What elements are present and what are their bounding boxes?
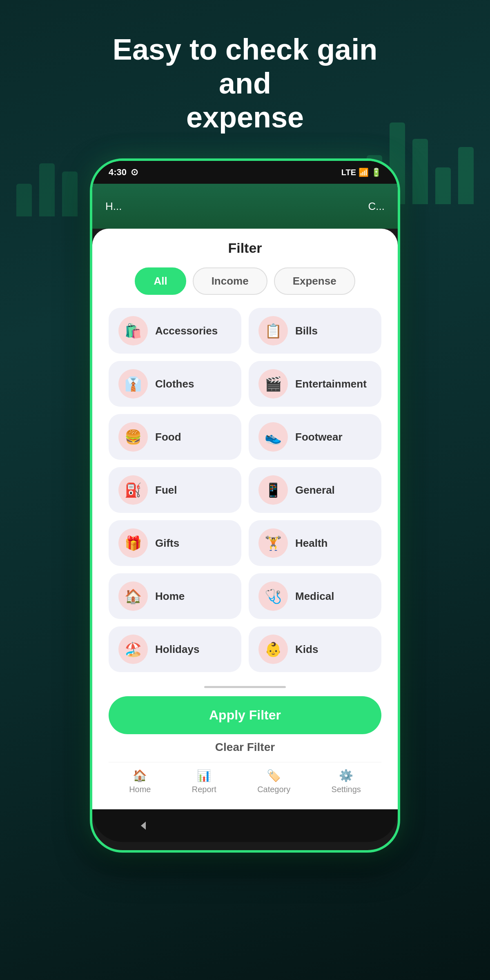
list-item[interactable]: 📱 General <box>249 467 381 513</box>
bills-label: Bills <box>295 325 318 337</box>
entertainment-label: Entertainment <box>295 378 367 390</box>
phone-shell: 4:30 ⊙ LTE 📶 🔋 H... C... Filter All Inco… <box>90 158 400 853</box>
kids-icon: 👶 <box>258 635 288 664</box>
food-label: Food <box>155 431 181 443</box>
medical-icon: 🩺 <box>258 581 288 611</box>
category-nav-label: Category <box>257 785 290 794</box>
android-back-button[interactable] <box>135 817 151 834</box>
status-bar: 4:30 ⊙ LTE 📶 🔋 <box>92 161 398 184</box>
bottom-navigation: 🏠 Home 📊 Report 🏷️ Category ⚙️ Settings <box>109 762 381 798</box>
list-item[interactable]: 📋 Bills <box>249 308 381 354</box>
modal-title: Filter <box>228 240 262 256</box>
accessories-label: Accessories <box>155 325 218 337</box>
footwear-label: Footwear <box>295 431 343 443</box>
kids-label: Kids <box>295 643 318 656</box>
list-item[interactable]: 👔 Clothes <box>109 361 241 407</box>
status-left: 4:30 ⊙ <box>109 167 138 178</box>
home-nav-icon: 🏠 <box>133 769 147 782</box>
gifts-label: Gifts <box>155 537 179 550</box>
report-nav-icon: 📊 <box>197 769 211 782</box>
fuel-icon: ⛽ <box>118 475 148 505</box>
category-nav-icon: 🏷️ <box>267 769 281 782</box>
list-item[interactable]: 🎁 Gifts <box>109 520 241 566</box>
list-item[interactable]: 🍔 Food <box>109 414 241 460</box>
nav-item-home[interactable]: 🏠 Home <box>129 769 151 794</box>
nav-item-category[interactable]: 🏷️ Category <box>257 769 290 794</box>
settings-nav-icon: ⚙️ <box>339 769 353 782</box>
footwear-icon: 👟 <box>258 422 288 452</box>
general-icon: 📱 <box>258 475 288 505</box>
filter-type-buttons: All Income Expense <box>135 267 355 295</box>
app-header-right: C... <box>368 200 385 213</box>
nav-item-report[interactable]: 📊 Report <box>192 769 216 794</box>
general-label: General <box>295 484 335 497</box>
accessories-icon: 🛍️ <box>118 316 148 345</box>
health-label: Health <box>295 537 327 550</box>
filter-btn-all[interactable]: All <box>135 267 186 295</box>
android-recents-button[interactable] <box>339 817 355 834</box>
report-nav-label: Report <box>192 785 216 794</box>
gifts-icon: 🎁 <box>118 528 148 558</box>
list-item[interactable]: 🩺 Medical <box>249 573 381 619</box>
list-item[interactable]: 👟 Footwear <box>249 414 381 460</box>
clothes-label: Clothes <box>155 378 194 390</box>
list-item[interactable]: 🎬 Entertainment <box>249 361 381 407</box>
holidays-icon: 🏖️ <box>118 635 148 664</box>
svg-marker-0 <box>141 822 146 830</box>
nav-item-settings[interactable]: ⚙️ Settings <box>332 769 361 794</box>
deco-bars-left <box>16 163 78 216</box>
status-right: LTE 📶 🔋 <box>341 167 381 177</box>
medical-label: Medical <box>295 590 334 603</box>
app-header-left: H... <box>105 200 122 213</box>
scroll-indicator <box>204 686 286 688</box>
network-label: LTE <box>341 168 356 177</box>
list-item[interactable]: 🏖️ Holidays <box>109 626 241 672</box>
home-nav-label: Home <box>129 785 151 794</box>
settings-nav-label: Settings <box>332 785 361 794</box>
page-headline: Easy to check gain andexpense <box>102 33 388 134</box>
battery-icon: 🔋 <box>371 167 381 177</box>
category-grid: 🛍️ Accessories 📋 Bills 👔 Clothes 🎬 Enter… <box>109 308 381 672</box>
android-home-button[interactable] <box>237 817 253 834</box>
status-time: 4:30 <box>109 167 127 178</box>
food-icon: 🍔 <box>118 422 148 452</box>
app-header-bg: H... C... <box>92 184 398 229</box>
signal-icon: 📶 <box>359 167 369 177</box>
list-item[interactable]: 🏠 Home <box>109 573 241 619</box>
home-icon: 🏠 <box>118 581 148 611</box>
clothes-icon: 👔 <box>118 369 148 399</box>
filter-btn-expense[interactable]: Expense <box>274 267 355 295</box>
apply-filter-button[interactable]: Apply Filter <box>109 696 381 734</box>
list-item[interactable]: 🛍️ Accessories <box>109 308 241 354</box>
bills-icon: 📋 <box>258 316 288 345</box>
android-nav-bar <box>92 809 398 842</box>
entertainment-icon: 🎬 <box>258 369 288 399</box>
status-icon: ⊙ <box>131 167 138 178</box>
health-icon: 🏋️ <box>258 528 288 558</box>
filter-modal: Filter All Income Expense 🛍️ Accessories… <box>92 229 398 809</box>
clear-filter-button[interactable]: Clear Filter <box>215 741 275 754</box>
home-label: Home <box>155 590 185 603</box>
holidays-label: Holidays <box>155 643 199 656</box>
filter-btn-income[interactable]: Income <box>193 267 267 295</box>
fuel-label: Fuel <box>155 484 177 497</box>
list-item[interactable]: ⛽ Fuel <box>109 467 241 513</box>
list-item[interactable]: 🏋️ Health <box>249 520 381 566</box>
list-item[interactable]: 👶 Kids <box>249 626 381 672</box>
